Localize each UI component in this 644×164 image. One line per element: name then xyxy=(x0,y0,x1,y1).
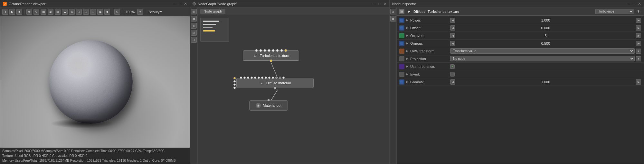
power-right-arrow[interactable]: ▶ xyxy=(636,18,641,23)
inspector-win-controls[interactable]: ─ □ ✕ xyxy=(628,2,641,6)
connector-white-4[interactable] xyxy=(268,49,270,52)
octaves-left-arrow[interactable]: ◀ xyxy=(450,33,455,38)
turbulence-node[interactable]: ⊞ Turbulence texture xyxy=(243,50,299,61)
tool-btn-3[interactable]: ▦ xyxy=(41,9,46,15)
ng-close-button[interactable]: ✕ xyxy=(384,2,387,6)
offset-right-arrow[interactable]: ▶ xyxy=(636,25,641,31)
ng-sidebar-btn-4[interactable]: ⊡ xyxy=(191,30,197,36)
insp-sidebar-btn-1[interactable]: ⊞ xyxy=(390,9,396,14)
tool-btn-8[interactable]: ⊡ xyxy=(76,9,82,15)
omega-value[interactable]: 0.500 xyxy=(457,41,635,45)
play-icon[interactable]: ▶ xyxy=(406,9,412,14)
omega-right-arrow[interactable]: ▶ xyxy=(636,41,641,46)
diff-conn-4[interactable] xyxy=(233,87,236,89)
offset-play-button[interactable]: ▶ xyxy=(406,26,409,30)
invert-checkbox[interactable] xyxy=(450,72,455,77)
tool-btn-5[interactable]: ⊞ xyxy=(55,9,61,15)
octaves-play-button[interactable]: ▶ xyxy=(406,34,409,37)
octaves-value[interactable]: 5 xyxy=(457,34,635,38)
ng-win-controls[interactable]: ─ □ ✕ xyxy=(373,2,387,6)
beauty-mode[interactable]: Beauty ▾ xyxy=(147,10,163,14)
diff-top-12[interactable] xyxy=(279,77,281,79)
use-turbulence-play-button[interactable]: ▶ xyxy=(406,65,409,68)
projection-select[interactable]: No node xyxy=(450,56,635,61)
beauty-label[interactable]: Beauty xyxy=(148,10,159,14)
projection-dropdown-arrow[interactable]: ▾ xyxy=(636,56,641,61)
omega-play-button[interactable]: ▶ xyxy=(406,42,409,45)
diff-top-6[interactable] xyxy=(258,77,260,79)
diff-top-1[interactable] xyxy=(240,77,242,79)
tool-btn-1[interactable]: ↺ xyxy=(26,9,32,15)
diffuse-node[interactable]: ● Diffuse material xyxy=(236,78,314,88)
uvw-play-button[interactable]: ▶ xyxy=(406,50,409,53)
ng-sidebar-btn-1[interactable]: ⊞ xyxy=(191,9,197,14)
connector-white-5[interactable] xyxy=(272,49,274,52)
insp-sidebar-btn-2[interactable]: ▦ xyxy=(390,16,396,22)
power-play-button[interactable]: ▶ xyxy=(406,19,409,22)
gamma-play-button[interactable]: ▶ xyxy=(406,80,409,84)
gamma-left-arrow[interactable]: ◀ xyxy=(450,79,455,85)
ng-minimize-button[interactable]: ─ xyxy=(373,2,376,6)
viewport-win-controls[interactable]: ─ □ ✕ xyxy=(174,2,187,6)
connector-white-6[interactable] xyxy=(276,49,279,52)
beauty-dropdown-icon[interactable]: ▾ xyxy=(160,10,162,14)
play-button[interactable]: ▶ xyxy=(9,9,15,15)
projection-play-button[interactable]: ▶ xyxy=(406,57,409,60)
uvw-dropdown-arrow[interactable]: ▾ xyxy=(636,49,641,54)
connector-yellow-1[interactable] xyxy=(284,49,287,52)
uvw-transform-select[interactable]: Transform value xyxy=(450,48,635,54)
diff-top-4[interactable] xyxy=(251,77,253,79)
visibility-eye-icon[interactable]: 👁 xyxy=(636,9,641,14)
pause-button[interactable]: ⏸ xyxy=(2,9,8,15)
node-graph-tab[interactable]: Node graph xyxy=(200,9,225,14)
tool-btn-10[interactable]: ⊞ xyxy=(90,9,96,15)
diff-top-10[interactable] xyxy=(272,77,274,79)
diff-conn-2[interactable] xyxy=(233,80,236,83)
ng-maximize-button[interactable]: □ xyxy=(379,2,381,6)
power-value[interactable]: 1.000 xyxy=(457,18,635,22)
ng-sidebar-btn-5[interactable]: ⬡ xyxy=(191,37,197,43)
tool-btn-7[interactable]: ◈ xyxy=(69,9,75,15)
power-left-arrow[interactable]: ◀ xyxy=(450,18,455,23)
turbulence-bottom-connector[interactable] xyxy=(270,59,272,62)
node-type-select[interactable]: Turbulence xyxy=(595,9,634,14)
diff-top-8[interactable] xyxy=(265,77,267,79)
invert-play-button[interactable]: ▶ xyxy=(406,73,409,76)
ng-canvas[interactable]: ⊞ Turbulence texture xyxy=(198,15,389,164)
diff-conn-3[interactable] xyxy=(233,84,236,86)
diff-conn-1[interactable] xyxy=(233,77,236,79)
connector-white-3[interactable] xyxy=(263,49,266,52)
matout-node[interactable]: ◉ Material out xyxy=(249,100,288,111)
connector-white-1[interactable] xyxy=(255,49,258,52)
maximize-button[interactable]: □ xyxy=(179,2,181,6)
diffuse-bottom-connector[interactable] xyxy=(274,87,276,89)
close-button[interactable]: ✕ xyxy=(184,2,187,6)
insp-minimize-button[interactable]: ─ xyxy=(628,2,630,6)
diff-top-2[interactable] xyxy=(243,77,246,79)
diff-top-3[interactable] xyxy=(247,77,249,79)
connector-white-2[interactable] xyxy=(259,49,262,52)
insp-maximize-button[interactable]: □ xyxy=(633,2,635,6)
ng-sidebar-btn-2[interactable]: ▦ xyxy=(191,16,197,22)
stop-button[interactable]: ■ xyxy=(16,9,22,15)
offset-left-arrow[interactable]: ◀ xyxy=(450,25,455,31)
connector-white-7[interactable] xyxy=(280,49,283,52)
omega-left-arrow[interactable]: ◀ xyxy=(450,41,455,46)
percent-dropdown[interactable]: ▾ xyxy=(137,9,143,15)
diff-top-5[interactable] xyxy=(254,77,256,79)
tool-btn-13[interactable]: ◎ xyxy=(114,9,120,15)
insp-close-button[interactable]: ✕ xyxy=(638,2,641,6)
diff-top-7[interactable] xyxy=(261,77,263,79)
tool-btn-2[interactable]: ⚙ xyxy=(33,9,39,15)
gamma-value[interactable]: 1.000 xyxy=(457,80,635,84)
diff-top-11[interactable] xyxy=(275,77,278,79)
tool-btn-6[interactable]: ☁ xyxy=(62,9,68,15)
tool-btn-4[interactable]: ◉ xyxy=(48,9,53,15)
diff-top-13[interactable] xyxy=(282,77,285,79)
octaves-right-arrow[interactable]: ▶ xyxy=(636,33,641,38)
tool-btn-9[interactable]: ⬡ xyxy=(83,9,89,15)
zoom-percent[interactable]: 100% xyxy=(124,10,136,14)
diff-top-9[interactable] xyxy=(268,77,270,79)
gamma-right-arrow[interactable]: ▶ xyxy=(636,79,641,85)
minimize-button[interactable]: ─ xyxy=(174,2,176,6)
